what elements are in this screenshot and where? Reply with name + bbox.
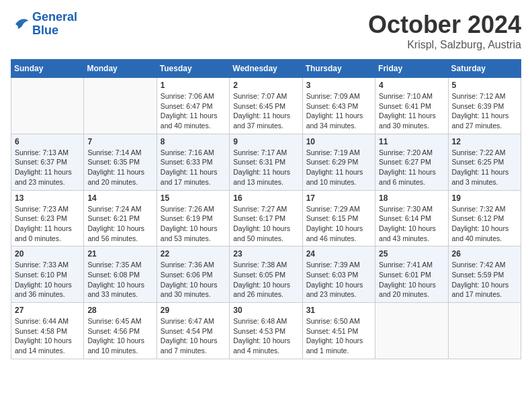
day-info: Sunrise: 6:48 AM Sunset: 4:53 PM Dayligh… [233,316,298,356]
day-info: Sunrise: 7:32 AM Sunset: 6:12 PM Dayligh… [452,204,517,244]
calendar-cell: 27Sunrise: 6:44 AM Sunset: 4:58 PM Dayli… [11,303,84,359]
calendar-cell: 10Sunrise: 7:19 AM Sunset: 6:29 PM Dayli… [302,134,375,190]
logo-icon [11,15,30,34]
calendar-cell: 17Sunrise: 7:29 AM Sunset: 6:15 PM Dayli… [302,190,375,246]
calendar-cell: 1Sunrise: 7:06 AM Sunset: 6:47 PM Daylig… [157,78,229,134]
calendar-body: 1Sunrise: 7:06 AM Sunset: 6:47 PM Daylig… [11,78,521,359]
calendar-cell: 13Sunrise: 7:23 AM Sunset: 6:23 PM Dayli… [11,190,84,246]
header-saturday: Saturday [448,60,521,78]
day-number: 29 [161,306,226,315]
calendar-cell: 16Sunrise: 7:27 AM Sunset: 6:17 PM Dayli… [230,190,302,246]
day-info: Sunrise: 6:47 AM Sunset: 4:54 PM Dayligh… [161,316,226,356]
calendar-cell: 12Sunrise: 7:22 AM Sunset: 6:25 PM Dayli… [448,134,521,190]
day-info: Sunrise: 7:23 AM Sunset: 6:23 PM Dayligh… [15,204,80,244]
calendar-cell: 23Sunrise: 7:38 AM Sunset: 6:05 PM Dayli… [230,246,302,303]
day-number: 15 [161,193,226,203]
day-number: 19 [452,193,517,203]
day-number: 17 [306,193,371,203]
calendar-week-row: 27Sunrise: 6:44 AM Sunset: 4:58 PM Dayli… [11,303,521,359]
day-info: Sunrise: 7:27 AM Sunset: 6:17 PM Dayligh… [233,204,298,244]
day-number: 9 [233,137,298,146]
day-number: 13 [15,193,80,203]
calendar-cell [375,303,448,359]
day-number: 25 [379,249,444,259]
day-info: Sunrise: 7:39 AM Sunset: 6:03 PM Dayligh… [306,260,371,300]
day-info: Sunrise: 7:26 AM Sunset: 6:19 PM Dayligh… [161,204,226,244]
calendar-cell: 6Sunrise: 7:13 AM Sunset: 6:37 PM Daylig… [11,134,84,190]
day-info: Sunrise: 7:22 AM Sunset: 6:25 PM Dayligh… [452,148,517,187]
calendar-cell: 29Sunrise: 6:47 AM Sunset: 4:54 PM Dayli… [157,303,229,359]
day-number: 22 [161,249,226,259]
calendar-header: Sunday Monday Tuesday Wednesday Thursday… [11,60,521,78]
calendar-cell: 19Sunrise: 7:32 AM Sunset: 6:12 PM Dayli… [448,190,521,246]
day-number: 5 [452,81,517,90]
header-monday: Monday [84,60,157,78]
day-number: 8 [161,137,226,146]
logo: General Blue [11,11,77,38]
month-title: October 2024 [368,11,521,39]
day-info: Sunrise: 7:35 AM Sunset: 6:08 PM Dayligh… [87,260,152,300]
day-number: 31 [306,306,371,315]
calendar-cell: 8Sunrise: 7:16 AM Sunset: 6:33 PM Daylig… [157,134,229,190]
day-number: 10 [306,137,371,146]
calendar-cell: 21Sunrise: 7:35 AM Sunset: 6:08 PM Dayli… [84,246,157,303]
day-info: Sunrise: 7:20 AM Sunset: 6:27 PM Dayligh… [379,148,444,187]
calendar-table: Sunday Monday Tuesday Wednesday Thursday… [11,59,521,359]
calendar-cell: 2Sunrise: 7:07 AM Sunset: 6:45 PM Daylig… [230,78,302,134]
day-info: Sunrise: 6:44 AM Sunset: 4:58 PM Dayligh… [15,316,80,356]
day-number: 26 [452,249,517,259]
day-number: 1 [161,81,226,90]
day-info: Sunrise: 7:12 AM Sunset: 6:39 PM Dayligh… [452,91,517,131]
location-subtitle: Krispl, Salzburg, Austria [368,39,521,51]
logo-text2: Blue [32,24,77,38]
day-info: Sunrise: 7:06 AM Sunset: 6:47 PM Dayligh… [161,91,226,131]
calendar-cell: 4Sunrise: 7:10 AM Sunset: 6:41 PM Daylig… [375,78,448,134]
day-number: 4 [379,81,444,90]
day-info: Sunrise: 7:14 AM Sunset: 6:35 PM Dayligh… [87,148,152,187]
day-number: 24 [306,249,371,259]
title-block: October 2024 Krispl, Salzburg, Austria [368,11,521,51]
day-number: 20 [15,249,80,259]
header-sunday: Sunday [11,60,84,78]
day-info: Sunrise: 7:38 AM Sunset: 6:05 PM Dayligh… [233,260,298,300]
day-info: Sunrise: 7:41 AM Sunset: 6:01 PM Dayligh… [379,260,444,300]
calendar-week-row: 20Sunrise: 7:33 AM Sunset: 6:10 PM Dayli… [11,246,521,303]
day-number: 12 [452,137,517,146]
calendar-cell: 9Sunrise: 7:17 AM Sunset: 6:31 PM Daylig… [230,134,302,190]
day-number: 27 [15,306,80,315]
day-number: 21 [87,249,152,259]
header-wednesday: Wednesday [230,60,302,78]
calendar-cell [84,78,157,134]
page-header: General Blue October 2024 Krispl, Salzbu… [11,11,521,51]
day-number: 11 [379,137,444,146]
day-info: Sunrise: 7:30 AM Sunset: 6:14 PM Dayligh… [379,204,444,244]
day-number: 30 [233,306,298,315]
day-info: Sunrise: 7:29 AM Sunset: 6:15 PM Dayligh… [306,204,371,244]
calendar-cell: 30Sunrise: 6:48 AM Sunset: 4:53 PM Dayli… [230,303,302,359]
day-number: 14 [87,193,152,203]
calendar-cell: 3Sunrise: 7:09 AM Sunset: 6:43 PM Daylig… [302,78,375,134]
weekday-header-row: Sunday Monday Tuesday Wednesday Thursday… [11,60,521,78]
calendar-cell: 26Sunrise: 7:42 AM Sunset: 5:59 PM Dayli… [448,246,521,303]
day-number: 2 [233,81,298,90]
calendar-week-row: 1Sunrise: 7:06 AM Sunset: 6:47 PM Daylig… [11,78,521,134]
header-tuesday: Tuesday [157,60,229,78]
day-info: Sunrise: 7:42 AM Sunset: 5:59 PM Dayligh… [452,260,517,300]
day-info: Sunrise: 7:36 AM Sunset: 6:06 PM Dayligh… [161,260,226,300]
day-number: 23 [233,249,298,259]
calendar-week-row: 13Sunrise: 7:23 AM Sunset: 6:23 PM Dayli… [11,190,521,246]
day-info: Sunrise: 7:10 AM Sunset: 6:41 PM Dayligh… [379,91,444,131]
calendar-cell: 22Sunrise: 7:36 AM Sunset: 6:06 PM Dayli… [157,246,229,303]
day-number: 7 [87,137,152,146]
calendar-cell: 20Sunrise: 7:33 AM Sunset: 6:10 PM Dayli… [11,246,84,303]
day-info: Sunrise: 7:33 AM Sunset: 6:10 PM Dayligh… [15,260,80,300]
calendar-cell: 18Sunrise: 7:30 AM Sunset: 6:14 PM Dayli… [375,190,448,246]
calendar-cell: 15Sunrise: 7:26 AM Sunset: 6:19 PM Dayli… [157,190,229,246]
day-number: 6 [15,137,80,146]
day-info: Sunrise: 7:07 AM Sunset: 6:45 PM Dayligh… [233,91,298,131]
day-info: Sunrise: 6:50 AM Sunset: 4:51 PM Dayligh… [306,316,371,356]
day-number: 3 [306,81,371,90]
calendar-cell: 28Sunrise: 6:45 AM Sunset: 4:56 PM Dayli… [84,303,157,359]
calendar-cell [11,78,84,134]
calendar-cell: 11Sunrise: 7:20 AM Sunset: 6:27 PM Dayli… [375,134,448,190]
